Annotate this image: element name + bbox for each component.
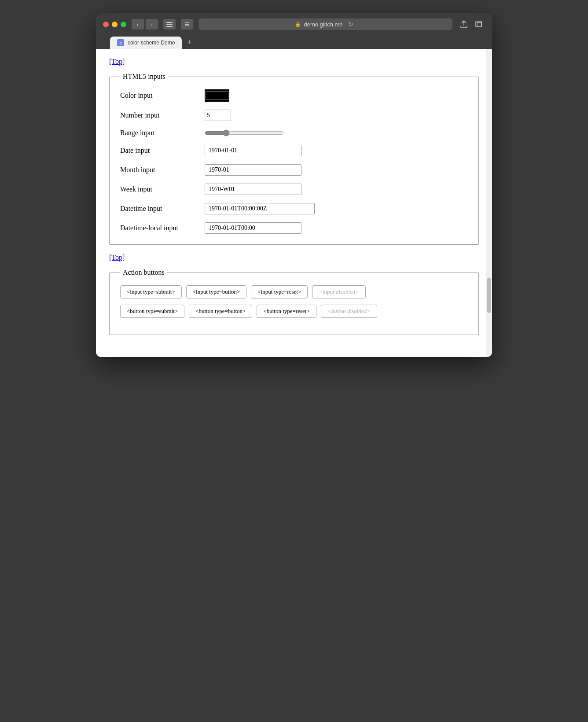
scrollbar-thumb[interactable] xyxy=(487,278,491,313)
html5-inputs-fieldset: HTML5 inputs Color input Number input Ra… xyxy=(109,73,479,245)
number-input-row: Number input xyxy=(120,110,468,121)
action-buttons-fieldset: Action buttons <input type=submit> <inpu… xyxy=(109,269,479,335)
button-button-button[interactable]: <button type=button> xyxy=(189,305,252,318)
input-button-button[interactable]: <input type=button> xyxy=(186,285,247,298)
action-buttons-legend: Action buttons xyxy=(120,269,167,276)
page-content: [Top] HTML5 inputs Color input Number in… xyxy=(96,49,492,357)
title-bar: ‹ › ☰ 🔒 demo.glitch.me ↻ xyxy=(96,13,492,49)
datetime-input[interactable] xyxy=(205,203,315,214)
color-label: Color input xyxy=(120,92,199,99)
input-disabled-button: <input disabled> xyxy=(312,285,366,298)
datetime-label: Datetime input xyxy=(120,205,199,213)
range-input[interactable] xyxy=(205,129,284,136)
svg-rect-4 xyxy=(477,22,481,27)
number-label: Number input xyxy=(120,111,199,119)
button-disabled-button: <button disabled> xyxy=(321,305,377,318)
range-input-row: Range input xyxy=(120,129,468,137)
datetime-local-input[interactable] xyxy=(205,222,301,234)
traffic-lights xyxy=(103,22,126,27)
new-tab-button[interactable]: + xyxy=(184,36,195,49)
toolbar-right xyxy=(458,19,485,29)
input-buttons-row: <input type=submit> <input type=button> … xyxy=(120,285,468,298)
date-label: Date input xyxy=(120,147,199,155)
week-input[interactable] xyxy=(205,184,301,195)
tab-favicon: c xyxy=(117,39,124,46)
month-label: Month input xyxy=(120,166,199,174)
month-input-row: Month input xyxy=(120,164,468,176)
week-input-row: Week input xyxy=(120,184,468,195)
svg-rect-1 xyxy=(166,24,173,25)
scrollbar[interactable] xyxy=(486,49,492,357)
html5-inputs-legend: HTML5 inputs xyxy=(120,73,168,81)
range-label: Range input xyxy=(120,129,199,137)
button-reset-button[interactable]: <button type=reset> xyxy=(257,305,316,318)
lock-icon: 🔒 xyxy=(295,22,301,27)
svg-rect-2 xyxy=(166,26,173,27)
input-submit-button[interactable]: <input type=submit> xyxy=(120,285,182,298)
week-label: Week input xyxy=(120,185,199,193)
reload-button[interactable]: ↻ xyxy=(345,19,356,29)
svg-rect-0 xyxy=(166,22,173,23)
back-button[interactable]: ‹ xyxy=(132,19,144,29)
share-button[interactable] xyxy=(458,19,470,29)
tab-bar: c color-scheme Demo + xyxy=(103,36,485,49)
button-submit-button[interactable]: <button type=submit> xyxy=(120,305,184,318)
month-input[interactable] xyxy=(205,164,301,176)
close-button[interactable] xyxy=(103,22,109,27)
browser-window: ‹ › ☰ 🔒 demo.glitch.me ↻ xyxy=(96,13,492,357)
menu-button[interactable]: ☰ xyxy=(181,19,193,29)
new-window-button[interactable] xyxy=(473,19,485,29)
address-bar: 🔒 demo.glitch.me ↻ xyxy=(198,18,452,30)
forward-button[interactable]: › xyxy=(146,19,158,29)
top-link-2[interactable]: [Top] xyxy=(109,254,479,262)
minimize-button[interactable] xyxy=(112,22,118,27)
color-input[interactable] xyxy=(205,89,229,102)
number-input[interactable] xyxy=(205,110,231,121)
maximize-button[interactable] xyxy=(121,22,126,27)
tab-title: color-scheme Demo xyxy=(128,40,175,46)
datetime-local-input-row: Datetime-local input xyxy=(120,222,468,234)
date-input[interactable] xyxy=(205,145,301,156)
svg-rect-3 xyxy=(476,21,481,27)
button-buttons-row: <button type=submit> <button type=button… xyxy=(120,305,468,318)
sidebar-button[interactable] xyxy=(163,19,176,29)
date-input-row: Date input xyxy=(120,145,468,156)
nav-buttons: ‹ › xyxy=(132,19,158,29)
top-link-1[interactable]: [Top] xyxy=(109,58,479,66)
datetime-local-label: Datetime-local input xyxy=(120,224,199,232)
input-reset-button[interactable]: <input type=reset> xyxy=(251,285,308,298)
color-input-row: Color input xyxy=(120,89,468,102)
active-tab[interactable]: c color-scheme Demo xyxy=(110,37,182,49)
datetime-input-row: Datetime input xyxy=(120,203,468,214)
url-text: demo.glitch.me xyxy=(304,21,342,28)
